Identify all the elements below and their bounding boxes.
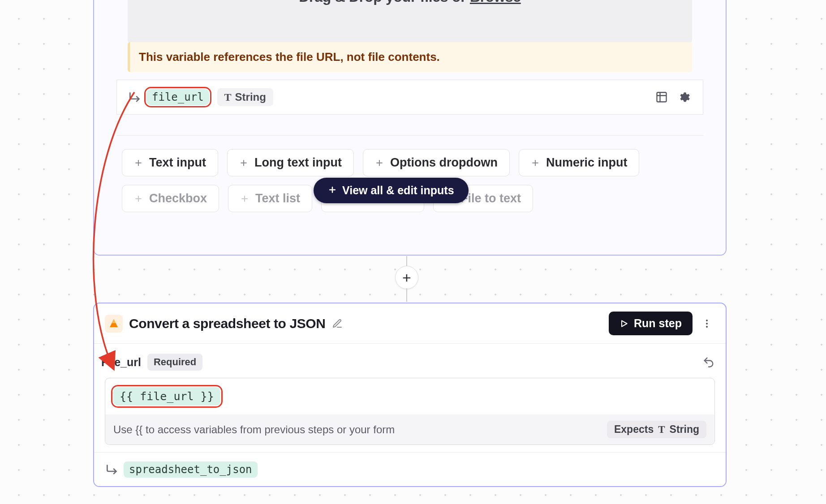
step-title: Convert a spreadsheet to JSON (129, 316, 326, 331)
warning-banner: This variable references the file URL, n… (128, 42, 692, 72)
view-all-label: View all & edit inputs (342, 184, 454, 197)
plus-icon (239, 158, 248, 167)
step-card-convert-spreadsheet: Convert a spreadsheet to JSON Run step F… (93, 303, 727, 487)
input-type-options: Text input Long text input Options dropd… (116, 135, 703, 247)
chip-label: Numeric input (546, 156, 628, 170)
field-hint-text: Use {{ to access variables from previous… (113, 423, 395, 436)
run-step-button[interactable]: Run step (609, 312, 693, 335)
add-text-input-button[interactable]: Text input (122, 149, 218, 176)
svg-point-3 (706, 326, 708, 328)
table-view-icon[interactable] (654, 89, 670, 105)
plus-icon (531, 158, 540, 167)
type-text-icon: T (224, 91, 232, 103)
type-text-icon: T (658, 424, 665, 436)
field-value-row[interactable]: {{ file_url }} (105, 378, 714, 414)
plus-icon (134, 194, 143, 203)
run-step-label: Run step (634, 317, 682, 330)
step-output-row: spreadsheet_to_json (94, 452, 726, 486)
add-options-dropdown-button[interactable]: Options dropdown (363, 149, 510, 176)
step-card-file-upload: Drag & Drop your files or Browse This va… (93, 0, 727, 256)
plus-icon (240, 194, 249, 203)
expects-type-chip: Expects T String (607, 421, 706, 438)
field-label: File_url (101, 356, 141, 369)
template-variable-chip[interactable]: {{ file_url }} (113, 387, 220, 406)
svg-point-1 (706, 320, 708, 321)
add-numeric-input-button[interactable]: Numeric input (519, 149, 640, 176)
output-variable-chip[interactable]: spreadsheet_to_json (124, 461, 258, 478)
plus-icon (134, 158, 143, 167)
step-provider-icon (105, 315, 123, 333)
return-arrow-icon (128, 90, 142, 104)
edit-title-icon[interactable] (332, 318, 343, 329)
connector-line (406, 256, 407, 267)
chip-label: Options dropdown (390, 156, 498, 170)
warning-text: This variable references the file URL, n… (139, 50, 440, 64)
field-file-url: File_url Required {{ file_url }} Use {{ … (94, 344, 726, 445)
browse-link[interactable]: Browse (470, 0, 521, 5)
add-text-list-button[interactable]: Text list (228, 185, 312, 212)
plus-icon (328, 184, 337, 197)
field-input-box[interactable]: {{ file_url }} Use {{ to access variable… (105, 378, 715, 445)
chip-label: File to text (460, 192, 521, 205)
dropzone-text-prefix: Drag & Drop your files or (299, 0, 470, 5)
add-long-text-input-button[interactable]: Long text input (227, 149, 354, 176)
expects-label: Expects (614, 423, 654, 436)
output-variable-row: file_url T String (116, 80, 703, 115)
chip-label: Long text input (254, 156, 342, 170)
gear-icon[interactable] (676, 89, 692, 105)
chip-label: Text list (255, 192, 300, 205)
workflow-canvas[interactable]: Drag & Drop your files or Browse This va… (0, 0, 826, 504)
connector-line (406, 288, 407, 302)
expects-type: String (670, 423, 699, 436)
svg-point-2 (706, 323, 708, 325)
file-dropzone[interactable]: Drag & Drop your files or Browse (128, 0, 692, 46)
output-variable-chip[interactable]: file_url (146, 89, 209, 105)
step-menu-icon[interactable] (699, 318, 715, 329)
return-arrow-icon (105, 462, 119, 477)
plus-icon (375, 158, 384, 167)
chip-label: Text input (149, 156, 206, 170)
output-type-chip: T String (217, 88, 273, 106)
add-checkbox-button[interactable]: Checkbox (122, 185, 219, 212)
required-badge: Required (147, 354, 202, 371)
chip-label: Checkbox (149, 192, 207, 205)
output-type-label: String (235, 91, 266, 103)
view-all-edit-inputs-button[interactable]: View all & edit inputs (314, 178, 469, 203)
add-step-button[interactable]: + (395, 266, 418, 289)
svg-rect-0 (657, 93, 667, 102)
step-header: Convert a spreadsheet to JSON Run step (94, 303, 726, 344)
undo-icon[interactable] (702, 356, 715, 368)
field-hint-row: Use {{ to access variables from previous… (105, 414, 714, 444)
dropzone-label: Drag & Drop your files or Browse (299, 0, 521, 5)
